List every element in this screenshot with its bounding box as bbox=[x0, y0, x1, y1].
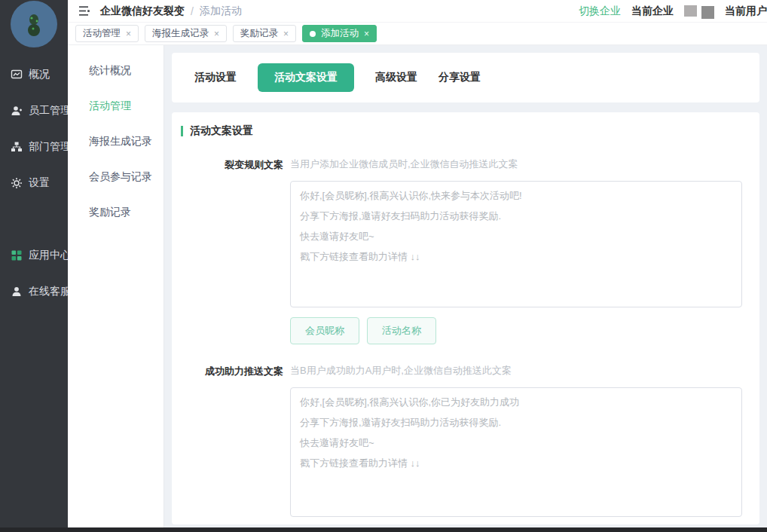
form-row-assist-success: 成功助力推送文案 当B用户成功助力A用户时,企业微信自动推送此文案 你好,[会员… bbox=[172, 364, 759, 524]
subnav-item-reward-records[interactable]: 奖励记录 bbox=[68, 194, 163, 230]
customer-service-icon bbox=[11, 286, 23, 298]
sidebar-item-label: 应用中心 bbox=[29, 249, 71, 262]
insert-activity-name-button[interactable]: 活动名称 bbox=[367, 317, 436, 344]
section-title: 活动文案设置 bbox=[190, 124, 253, 138]
tab-chip-add-activity[interactable]: 添加活动 × bbox=[302, 25, 377, 42]
breadcrumb: 企业微信好友裂变 / 添加活动 bbox=[100, 5, 242, 18]
close-icon[interactable]: × bbox=[364, 29, 369, 39]
app-center-icon bbox=[11, 249, 23, 261]
sidebar-item-employees[interactable]: 员工管理 bbox=[0, 93, 68, 129]
tab-chip-poster-records[interactable]: 海报生成记录 × bbox=[145, 25, 227, 42]
company-logo-icon-2 bbox=[701, 6, 714, 19]
form-row-fission-rule: 裂变规则文案 当用户添加企业微信成员时,企业微信自动推送此文案 你好,[会员昵称… bbox=[172, 157, 759, 344]
breadcrumb-current: 添加活动 bbox=[200, 5, 242, 18]
breadcrumb-separator: / bbox=[191, 5, 194, 17]
settings-icon bbox=[11, 177, 23, 189]
tab-chip-activity-management[interactable]: 活动管理 × bbox=[75, 25, 139, 42]
tab-chip-label: 奖励记录 bbox=[240, 27, 278, 40]
field-content: 当B用户成功助力A用户时,企业微信自动推送此文案 你好,[会员昵称],很高兴认识… bbox=[290, 364, 759, 524]
current-user-label: 当前用户 bbox=[725, 5, 767, 18]
sidebar-item-customer-service[interactable]: 在线客服 bbox=[0, 274, 68, 310]
company-logo-icon bbox=[684, 5, 697, 17]
sidebar-item-label: 概况 bbox=[29, 68, 50, 81]
copy-settings-card: 活动文案设置 裂变规则文案 当用户添加企业微信成员时,企业微信自动推送此文案 你… bbox=[172, 112, 759, 524]
settings-tabs-card: 活动设置 活动文案设置 高级设置 分享设置 bbox=[172, 53, 759, 102]
overview-icon bbox=[11, 69, 23, 81]
avatar[interactable] bbox=[11, 1, 57, 47]
sidebar-item-label: 员工管理 bbox=[29, 104, 71, 118]
close-icon[interactable]: × bbox=[214, 29, 219, 39]
field-label: 裂变规则文案 bbox=[172, 157, 290, 344]
sidebar-item-label: 在线客服 bbox=[29, 285, 71, 298]
breadcrumb-root[interactable]: 企业微信好友裂变 bbox=[100, 5, 185, 18]
work-area: 活动设置 活动文案设置 高级设置 分享设置 活动文案设置 裂变规则文案 当用户添… bbox=[164, 45, 767, 532]
tab-advanced-settings[interactable]: 高级设置 bbox=[375, 63, 417, 92]
collapse-menu-icon[interactable] bbox=[78, 5, 91, 17]
subnav-label: 海报生成记录 bbox=[89, 135, 152, 148]
avatar-figure-icon bbox=[23, 12, 45, 36]
tab-activity-copy-settings[interactable]: 活动文案设置 bbox=[258, 63, 354, 92]
department-icon bbox=[11, 141, 23, 153]
menu-spacer bbox=[0, 201, 68, 237]
section-header: 活动文案设置 bbox=[172, 124, 759, 138]
top-header: 企业微信好友裂变 / 添加活动 切换企业 当前企业 当前用户 bbox=[68, 0, 767, 23]
sidebar-item-label: 设置 bbox=[29, 176, 50, 190]
right-column: 企业微信好友裂变 / 添加活动 切换企业 当前企业 当前用户 活动管理 × 海报… bbox=[68, 0, 767, 532]
sidebar-item-app-center[interactable]: 应用中心 bbox=[0, 237, 68, 274]
primary-sidebar: 概况 员工管理 部门管理 设置 应用中心 在线客服 bbox=[0, 0, 68, 532]
sidebar-item-settings[interactable]: 设置 bbox=[0, 165, 68, 201]
tab-chip-label: 添加活动 bbox=[321, 27, 359, 40]
tab-activity-settings[interactable]: 活动设置 bbox=[194, 63, 237, 92]
field-hint: 当用户添加企业微信成员时,企业微信自动推送此文案 bbox=[290, 157, 742, 171]
subnav-label: 奖励记录 bbox=[89, 206, 131, 219]
sidebar-item-departments[interactable]: 部门管理 bbox=[0, 129, 68, 165]
primary-menu: 概况 员工管理 部门管理 设置 应用中心 在线客服 bbox=[0, 57, 68, 310]
sidebar-item-overview[interactable]: 概况 bbox=[0, 57, 68, 93]
subnav-item-poster-records[interactable]: 海报生成记录 bbox=[68, 124, 163, 159]
tab-chip-reward-records[interactable]: 奖励记录 × bbox=[233, 25, 296, 42]
insert-member-nickname-button[interactable]: 会员昵称 bbox=[290, 317, 359, 344]
sidebar-item-label: 部门管理 bbox=[29, 140, 71, 154]
subnav-item-activity-management[interactable]: 活动管理 bbox=[68, 88, 163, 124]
section-accent-bar bbox=[181, 126, 183, 136]
field-content: 当用户添加企业微信成员时,企业微信自动推送此文案 你好,[会员昵称],很高兴认识… bbox=[290, 157, 759, 344]
close-icon[interactable]: × bbox=[283, 29, 289, 39]
app-window: 概况 员工管理 部门管理 设置 应用中心 在线客服 bbox=[0, 0, 767, 532]
tab-chip-label: 海报生成记录 bbox=[152, 27, 209, 40]
subnav-item-stats-overview[interactable]: 统计概况 bbox=[68, 53, 163, 88]
insert-tag-row: 会员昵称 活动名称 bbox=[290, 317, 742, 344]
current-company-label: 当前企业 bbox=[631, 5, 674, 18]
header-actions: 切换企业 当前企业 当前用户 bbox=[579, 4, 767, 19]
field-hint: 当B用户成功助力A用户时,企业微信自动推送此文案 bbox=[290, 364, 742, 378]
employee-icon bbox=[11, 105, 23, 117]
open-tabs-bar: 活动管理 × 海报生成记录 × 奖励记录 × 添加活动 × bbox=[68, 23, 767, 45]
subnav-label: 统计概况 bbox=[89, 64, 131, 78]
active-dot-icon bbox=[310, 31, 316, 37]
switch-company-link[interactable]: 切换企业 bbox=[579, 5, 621, 18]
subnav-label: 会员参与记录 bbox=[89, 170, 152, 184]
subnav-item-member-participation[interactable]: 会员参与记录 bbox=[68, 159, 163, 194]
subnav-label: 活动管理 bbox=[89, 99, 131, 113]
secondary-sidebar: 统计概况 活动管理 海报生成记录 会员参与记录 奖励记录 bbox=[68, 45, 164, 532]
fission-rule-copy-textarea[interactable]: 你好,[会员昵称],很高兴认识你,快来参与本次活动吧! 分享下方海报,邀请好友扫… bbox=[290, 181, 742, 307]
tab-chip-label: 活动管理 bbox=[83, 27, 121, 40]
assist-success-copy-textarea[interactable]: 你好,[会员昵称],很高兴认识你,你已为好友助力成功 分享下方海报,邀请好友扫码… bbox=[290, 387, 742, 517]
content-row: 统计概况 活动管理 海报生成记录 会员参与记录 奖励记录 活动设置 活动文案设置… bbox=[68, 45, 767, 532]
tab-share-settings[interactable]: 分享设置 bbox=[439, 63, 481, 92]
bottom-strip bbox=[0, 527, 767, 532]
field-label: 成功助力推送文案 bbox=[172, 364, 290, 524]
close-icon[interactable]: × bbox=[126, 29, 131, 39]
